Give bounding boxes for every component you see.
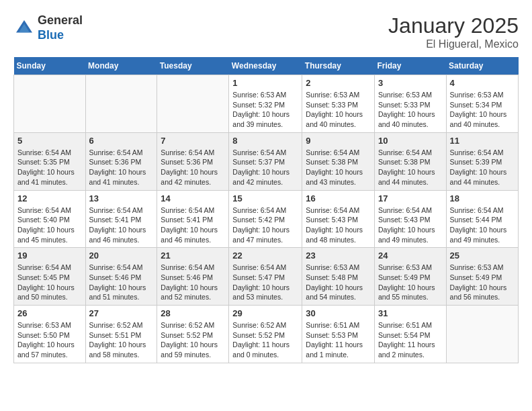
calendar-cell: 25Sunrise: 6:53 AM Sunset: 5:49 PM Dayli… bbox=[446, 248, 518, 306]
day-number: 19 bbox=[17, 250, 82, 261]
day-number: 13 bbox=[89, 193, 154, 203]
calendar-cell: 20Sunrise: 6:54 AM Sunset: 5:46 PM Dayli… bbox=[85, 248, 157, 306]
day-number: 28 bbox=[161, 308, 225, 318]
day-info: Sunrise: 6:54 AM Sunset: 5:36 PM Dayligh… bbox=[89, 148, 154, 187]
calendar-cell: 13Sunrise: 6:54 AM Sunset: 5:41 PM Dayli… bbox=[85, 190, 157, 248]
day-info: Sunrise: 6:54 AM Sunset: 5:43 PM Dayligh… bbox=[378, 205, 443, 245]
calendar-cell: 26Sunrise: 6:53 AM Sunset: 5:50 PM Dayli… bbox=[14, 306, 86, 363]
calendar-cell: 30Sunrise: 6:51 AM Sunset: 5:53 PM Dayli… bbox=[302, 306, 375, 363]
calendar-body: 1Sunrise: 6:53 AM Sunset: 5:32 PM Daylig… bbox=[14, 75, 519, 363]
day-number: 31 bbox=[378, 308, 443, 318]
day-info: Sunrise: 6:54 AM Sunset: 5:39 PM Dayligh… bbox=[450, 148, 515, 187]
calendar-cell bbox=[446, 306, 518, 363]
day-info: Sunrise: 6:54 AM Sunset: 5:41 PM Dayligh… bbox=[89, 205, 154, 245]
day-info: Sunrise: 6:54 AM Sunset: 5:45 PM Dayligh… bbox=[17, 263, 82, 302]
day-info: Sunrise: 6:54 AM Sunset: 5:42 PM Dayligh… bbox=[232, 205, 298, 245]
day-number: 27 bbox=[89, 308, 154, 318]
logo-general: General bbox=[38, 13, 83, 27]
calendar-cell bbox=[157, 75, 229, 133]
day-info: Sunrise: 6:52 AM Sunset: 5:52 PM Dayligh… bbox=[232, 320, 298, 360]
day-number: 17 bbox=[378, 193, 443, 203]
calendar-cell: 4Sunrise: 6:53 AM Sunset: 5:34 PM Daylig… bbox=[446, 75, 518, 133]
day-number: 2 bbox=[306, 78, 371, 88]
day-info: Sunrise: 6:54 AM Sunset: 5:46 PM Dayligh… bbox=[89, 263, 154, 302]
day-info: Sunrise: 6:53 AM Sunset: 5:32 PM Dayligh… bbox=[232, 90, 298, 130]
logo-text: General Blue bbox=[38, 13, 83, 42]
calendar-cell: 9Sunrise: 6:54 AM Sunset: 5:38 PM Daylig… bbox=[302, 132, 375, 190]
calendar-cell: 28Sunrise: 6:52 AM Sunset: 5:52 PM Dayli… bbox=[157, 306, 229, 363]
calendar-cell: 3Sunrise: 6:53 AM Sunset: 5:33 PM Daylig… bbox=[374, 75, 446, 133]
day-number: 11 bbox=[450, 136, 515, 146]
calendar-cell: 19Sunrise: 6:54 AM Sunset: 5:45 PM Dayli… bbox=[14, 248, 86, 306]
day-info: Sunrise: 6:54 AM Sunset: 5:35 PM Dayligh… bbox=[17, 148, 82, 187]
day-info: Sunrise: 6:54 AM Sunset: 5:40 PM Dayligh… bbox=[17, 205, 82, 245]
calendar-subtitle: El Higueral, Mexico bbox=[388, 38, 519, 50]
day-info: Sunrise: 6:54 AM Sunset: 5:47 PM Dayligh… bbox=[232, 263, 298, 302]
calendar-week-2: 5Sunrise: 6:54 AM Sunset: 5:35 PM Daylig… bbox=[14, 132, 519, 190]
day-info: Sunrise: 6:52 AM Sunset: 5:51 PM Dayligh… bbox=[89, 320, 154, 360]
day-info: Sunrise: 6:54 AM Sunset: 5:46 PM Dayligh… bbox=[161, 263, 225, 302]
day-info: Sunrise: 6:53 AM Sunset: 5:48 PM Dayligh… bbox=[306, 263, 371, 302]
calendar-cell: 31Sunrise: 6:51 AM Sunset: 5:54 PM Dayli… bbox=[374, 306, 446, 363]
day-number: 23 bbox=[306, 250, 371, 261]
day-number: 8 bbox=[232, 136, 298, 146]
day-number: 25 bbox=[450, 250, 515, 261]
day-info: Sunrise: 6:54 AM Sunset: 5:37 PM Dayligh… bbox=[232, 148, 298, 187]
weekday-header-sunday: Sunday bbox=[14, 57, 86, 75]
title-block: January 2025 El Higueral, Mexico bbox=[388, 13, 519, 50]
calendar-cell: 6Sunrise: 6:54 AM Sunset: 5:36 PM Daylig… bbox=[85, 132, 157, 190]
calendar-cell: 21Sunrise: 6:54 AM Sunset: 5:46 PM Dayli… bbox=[157, 248, 229, 306]
logo-icon bbox=[13, 17, 35, 39]
weekday-header-wednesday: Wednesday bbox=[229, 57, 302, 75]
calendar-cell: 29Sunrise: 6:52 AM Sunset: 5:52 PM Dayli… bbox=[229, 306, 302, 363]
weekday-header-row: SundayMondayTuesdayWednesdayThursdayFrid… bbox=[14, 57, 519, 75]
calendar-cell bbox=[85, 75, 157, 133]
day-info: Sunrise: 6:51 AM Sunset: 5:54 PM Dayligh… bbox=[378, 320, 443, 360]
day-number: 1 bbox=[232, 78, 298, 88]
calendar-cell: 18Sunrise: 6:54 AM Sunset: 5:44 PM Dayli… bbox=[446, 190, 518, 248]
calendar-cell: 8Sunrise: 6:54 AM Sunset: 5:37 PM Daylig… bbox=[229, 132, 302, 190]
day-info: Sunrise: 6:53 AM Sunset: 5:33 PM Dayligh… bbox=[378, 90, 443, 130]
weekday-header-saturday: Saturday bbox=[446, 57, 518, 75]
day-info: Sunrise: 6:52 AM Sunset: 5:52 PM Dayligh… bbox=[161, 320, 225, 360]
calendar-cell: 10Sunrise: 6:54 AM Sunset: 5:38 PM Dayli… bbox=[374, 132, 446, 190]
calendar-cell: 17Sunrise: 6:54 AM Sunset: 5:43 PM Dayli… bbox=[374, 190, 446, 248]
day-number: 10 bbox=[378, 136, 443, 146]
weekday-header-thursday: Thursday bbox=[302, 57, 375, 75]
day-number: 14 bbox=[161, 193, 225, 203]
day-number: 24 bbox=[378, 250, 443, 261]
day-info: Sunrise: 6:54 AM Sunset: 5:41 PM Dayligh… bbox=[161, 205, 225, 245]
weekday-header-friday: Friday bbox=[374, 57, 446, 75]
day-info: Sunrise: 6:53 AM Sunset: 5:33 PM Dayligh… bbox=[306, 90, 371, 130]
day-number: 26 bbox=[17, 308, 82, 318]
weekday-header-tuesday: Tuesday bbox=[157, 57, 229, 75]
day-info: Sunrise: 6:53 AM Sunset: 5:50 PM Dayligh… bbox=[17, 320, 82, 360]
calendar-cell: 22Sunrise: 6:54 AM Sunset: 5:47 PM Dayli… bbox=[229, 248, 302, 306]
day-info: Sunrise: 6:53 AM Sunset: 5:49 PM Dayligh… bbox=[450, 263, 515, 302]
calendar-cell: 2Sunrise: 6:53 AM Sunset: 5:33 PM Daylig… bbox=[302, 75, 375, 133]
logo-blue: Blue bbox=[38, 28, 64, 42]
day-number: 6 bbox=[89, 136, 154, 146]
calendar-table: SundayMondayTuesdayWednesdayThursdayFrid… bbox=[13, 57, 519, 363]
day-number: 29 bbox=[232, 308, 298, 318]
day-number: 9 bbox=[306, 136, 371, 146]
calendar-cell: 5Sunrise: 6:54 AM Sunset: 5:35 PM Daylig… bbox=[14, 132, 86, 190]
weekday-header-monday: Monday bbox=[85, 57, 157, 75]
day-number: 20 bbox=[89, 250, 154, 261]
day-info: Sunrise: 6:54 AM Sunset: 5:43 PM Dayligh… bbox=[306, 205, 371, 245]
page-header: General Blue January 2025 El Higueral, M… bbox=[13, 13, 519, 50]
day-info: Sunrise: 6:54 AM Sunset: 5:38 PM Dayligh… bbox=[378, 148, 443, 187]
calendar-cell: 23Sunrise: 6:53 AM Sunset: 5:48 PM Dayli… bbox=[302, 248, 375, 306]
calendar-cell: 14Sunrise: 6:54 AM Sunset: 5:41 PM Dayli… bbox=[157, 190, 229, 248]
day-number: 18 bbox=[450, 193, 515, 203]
calendar-cell: 7Sunrise: 6:54 AM Sunset: 5:36 PM Daylig… bbox=[157, 132, 229, 190]
logo: General Blue bbox=[13, 13, 83, 42]
day-number: 22 bbox=[232, 250, 298, 261]
calendar-cell: 27Sunrise: 6:52 AM Sunset: 5:51 PM Dayli… bbox=[85, 306, 157, 363]
calendar-cell: 1Sunrise: 6:53 AM Sunset: 5:32 PM Daylig… bbox=[229, 75, 302, 133]
calendar-cell: 12Sunrise: 6:54 AM Sunset: 5:40 PM Dayli… bbox=[14, 190, 86, 248]
calendar-cell: 24Sunrise: 6:53 AM Sunset: 5:49 PM Dayli… bbox=[374, 248, 446, 306]
day-number: 3 bbox=[378, 78, 443, 88]
calendar-week-5: 26Sunrise: 6:53 AM Sunset: 5:50 PM Dayli… bbox=[14, 306, 519, 363]
day-number: 21 bbox=[161, 250, 225, 261]
